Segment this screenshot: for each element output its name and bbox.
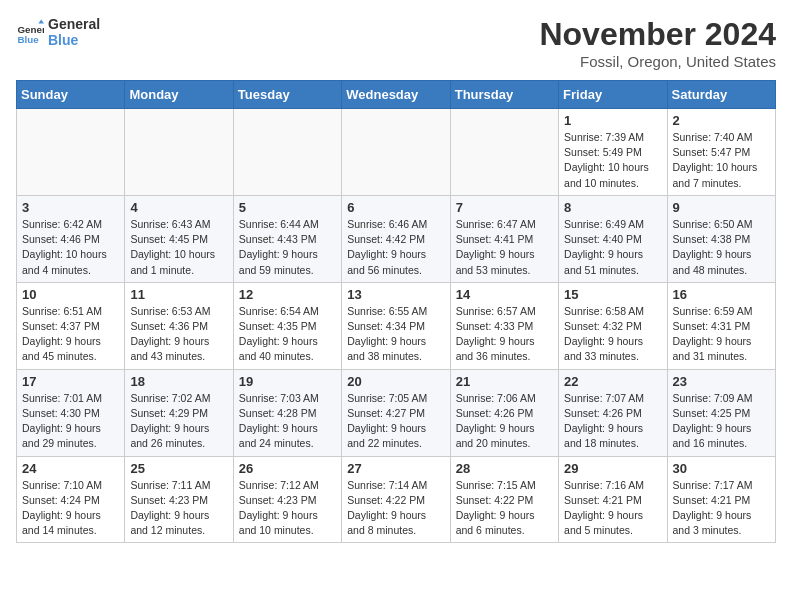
day-number: 2 (673, 113, 770, 128)
calendar-cell (125, 109, 233, 196)
calendar-cell: 9Sunrise: 6:50 AM Sunset: 4:38 PM Daylig… (667, 195, 775, 282)
calendar-cell: 26Sunrise: 7:12 AM Sunset: 4:23 PM Dayli… (233, 456, 341, 543)
day-number: 11 (130, 287, 227, 302)
day-number: 24 (22, 461, 119, 476)
calendar-cell: 18Sunrise: 7:02 AM Sunset: 4:29 PM Dayli… (125, 369, 233, 456)
calendar-cell: 6Sunrise: 6:46 AM Sunset: 4:42 PM Daylig… (342, 195, 450, 282)
day-number: 8 (564, 200, 661, 215)
day-info: Sunrise: 6:51 AM Sunset: 4:37 PM Dayligh… (22, 304, 119, 365)
day-info: Sunrise: 6:57 AM Sunset: 4:33 PM Dayligh… (456, 304, 553, 365)
day-number: 16 (673, 287, 770, 302)
day-number: 14 (456, 287, 553, 302)
day-info: Sunrise: 6:55 AM Sunset: 4:34 PM Dayligh… (347, 304, 444, 365)
calendar-week-2: 10Sunrise: 6:51 AM Sunset: 4:37 PM Dayli… (17, 282, 776, 369)
day-info: Sunrise: 6:44 AM Sunset: 4:43 PM Dayligh… (239, 217, 336, 278)
calendar-cell: 30Sunrise: 7:17 AM Sunset: 4:21 PM Dayli… (667, 456, 775, 543)
calendar-week-1: 3Sunrise: 6:42 AM Sunset: 4:46 PM Daylig… (17, 195, 776, 282)
calendar-cell: 8Sunrise: 6:49 AM Sunset: 4:40 PM Daylig… (559, 195, 667, 282)
calendar-cell (233, 109, 341, 196)
day-number: 15 (564, 287, 661, 302)
header-thursday: Thursday (450, 81, 558, 109)
header-monday: Monday (125, 81, 233, 109)
calendar-cell: 4Sunrise: 6:43 AM Sunset: 4:45 PM Daylig… (125, 195, 233, 282)
day-info: Sunrise: 7:05 AM Sunset: 4:27 PM Dayligh… (347, 391, 444, 452)
day-info: Sunrise: 7:17 AM Sunset: 4:21 PM Dayligh… (673, 478, 770, 539)
calendar-cell: 25Sunrise: 7:11 AM Sunset: 4:23 PM Dayli… (125, 456, 233, 543)
day-number: 13 (347, 287, 444, 302)
month-title: November 2024 (539, 16, 776, 53)
logo: General Blue General Blue (16, 16, 100, 48)
day-number: 17 (22, 374, 119, 389)
calendar-cell: 24Sunrise: 7:10 AM Sunset: 4:24 PM Dayli… (17, 456, 125, 543)
day-number: 7 (456, 200, 553, 215)
day-info: Sunrise: 7:16 AM Sunset: 4:21 PM Dayligh… (564, 478, 661, 539)
calendar-cell: 22Sunrise: 7:07 AM Sunset: 4:26 PM Dayli… (559, 369, 667, 456)
logo-text-blue: Blue (48, 32, 100, 48)
day-number: 3 (22, 200, 119, 215)
day-number: 29 (564, 461, 661, 476)
day-number: 30 (673, 461, 770, 476)
day-info: Sunrise: 6:43 AM Sunset: 4:45 PM Dayligh… (130, 217, 227, 278)
day-info: Sunrise: 6:42 AM Sunset: 4:46 PM Dayligh… (22, 217, 119, 278)
day-info: Sunrise: 6:54 AM Sunset: 4:35 PM Dayligh… (239, 304, 336, 365)
day-number: 5 (239, 200, 336, 215)
calendar-week-0: 1Sunrise: 7:39 AM Sunset: 5:49 PM Daylig… (17, 109, 776, 196)
calendar-cell: 2Sunrise: 7:40 AM Sunset: 5:47 PM Daylig… (667, 109, 775, 196)
day-number: 26 (239, 461, 336, 476)
calendar-cell: 1Sunrise: 7:39 AM Sunset: 5:49 PM Daylig… (559, 109, 667, 196)
day-number: 22 (564, 374, 661, 389)
day-info: Sunrise: 6:58 AM Sunset: 4:32 PM Dayligh… (564, 304, 661, 365)
title-area: November 2024 Fossil, Oregon, United Sta… (539, 16, 776, 70)
day-info: Sunrise: 7:06 AM Sunset: 4:26 PM Dayligh… (456, 391, 553, 452)
calendar-week-4: 24Sunrise: 7:10 AM Sunset: 4:24 PM Dayli… (17, 456, 776, 543)
header-tuesday: Tuesday (233, 81, 341, 109)
day-number: 20 (347, 374, 444, 389)
day-number: 4 (130, 200, 227, 215)
day-number: 6 (347, 200, 444, 215)
day-number: 10 (22, 287, 119, 302)
calendar-cell: 7Sunrise: 6:47 AM Sunset: 4:41 PM Daylig… (450, 195, 558, 282)
calendar-cell: 17Sunrise: 7:01 AM Sunset: 4:30 PM Dayli… (17, 369, 125, 456)
day-info: Sunrise: 7:07 AM Sunset: 4:26 PM Dayligh… (564, 391, 661, 452)
day-info: Sunrise: 7:40 AM Sunset: 5:47 PM Dayligh… (673, 130, 770, 191)
calendar-cell: 3Sunrise: 6:42 AM Sunset: 4:46 PM Daylig… (17, 195, 125, 282)
day-info: Sunrise: 7:09 AM Sunset: 4:25 PM Dayligh… (673, 391, 770, 452)
calendar-cell: 21Sunrise: 7:06 AM Sunset: 4:26 PM Dayli… (450, 369, 558, 456)
calendar-cell: 10Sunrise: 6:51 AM Sunset: 4:37 PM Dayli… (17, 282, 125, 369)
calendar-cell: 23Sunrise: 7:09 AM Sunset: 4:25 PM Dayli… (667, 369, 775, 456)
calendar-cell (450, 109, 558, 196)
calendar-cell: 13Sunrise: 6:55 AM Sunset: 4:34 PM Dayli… (342, 282, 450, 369)
day-number: 23 (673, 374, 770, 389)
calendar-cell: 16Sunrise: 6:59 AM Sunset: 4:31 PM Dayli… (667, 282, 775, 369)
day-number: 9 (673, 200, 770, 215)
calendar-table: Sunday Monday Tuesday Wednesday Thursday… (16, 80, 776, 543)
calendar-cell: 14Sunrise: 6:57 AM Sunset: 4:33 PM Dayli… (450, 282, 558, 369)
day-info: Sunrise: 6:46 AM Sunset: 4:42 PM Dayligh… (347, 217, 444, 278)
calendar-cell: 11Sunrise: 6:53 AM Sunset: 4:36 PM Dayli… (125, 282, 233, 369)
svg-text:Blue: Blue (17, 34, 39, 45)
calendar-cell: 15Sunrise: 6:58 AM Sunset: 4:32 PM Dayli… (559, 282, 667, 369)
calendar-cell: 28Sunrise: 7:15 AM Sunset: 4:22 PM Dayli… (450, 456, 558, 543)
calendar-cell (342, 109, 450, 196)
day-number: 18 (130, 374, 227, 389)
calendar-cell: 27Sunrise: 7:14 AM Sunset: 4:22 PM Dayli… (342, 456, 450, 543)
day-info: Sunrise: 7:39 AM Sunset: 5:49 PM Dayligh… (564, 130, 661, 191)
day-info: Sunrise: 7:14 AM Sunset: 4:22 PM Dayligh… (347, 478, 444, 539)
calendar-cell: 19Sunrise: 7:03 AM Sunset: 4:28 PM Dayli… (233, 369, 341, 456)
logo-icon: General Blue (16, 18, 44, 46)
day-info: Sunrise: 7:15 AM Sunset: 4:22 PM Dayligh… (456, 478, 553, 539)
header-sunday: Sunday (17, 81, 125, 109)
calendar-cell: 12Sunrise: 6:54 AM Sunset: 4:35 PM Dayli… (233, 282, 341, 369)
calendar-cell: 5Sunrise: 6:44 AM Sunset: 4:43 PM Daylig… (233, 195, 341, 282)
day-info: Sunrise: 7:02 AM Sunset: 4:29 PM Dayligh… (130, 391, 227, 452)
day-info: Sunrise: 7:01 AM Sunset: 4:30 PM Dayligh… (22, 391, 119, 452)
logo-text-general: General (48, 16, 100, 32)
day-number: 19 (239, 374, 336, 389)
calendar-cell: 20Sunrise: 7:05 AM Sunset: 4:27 PM Dayli… (342, 369, 450, 456)
day-info: Sunrise: 6:47 AM Sunset: 4:41 PM Dayligh… (456, 217, 553, 278)
calendar-header: Sunday Monday Tuesday Wednesday Thursday… (17, 81, 776, 109)
header-friday: Friday (559, 81, 667, 109)
day-info: Sunrise: 7:03 AM Sunset: 4:28 PM Dayligh… (239, 391, 336, 452)
day-info: Sunrise: 7:10 AM Sunset: 4:24 PM Dayligh… (22, 478, 119, 539)
header-row: Sunday Monday Tuesday Wednesday Thursday… (17, 81, 776, 109)
